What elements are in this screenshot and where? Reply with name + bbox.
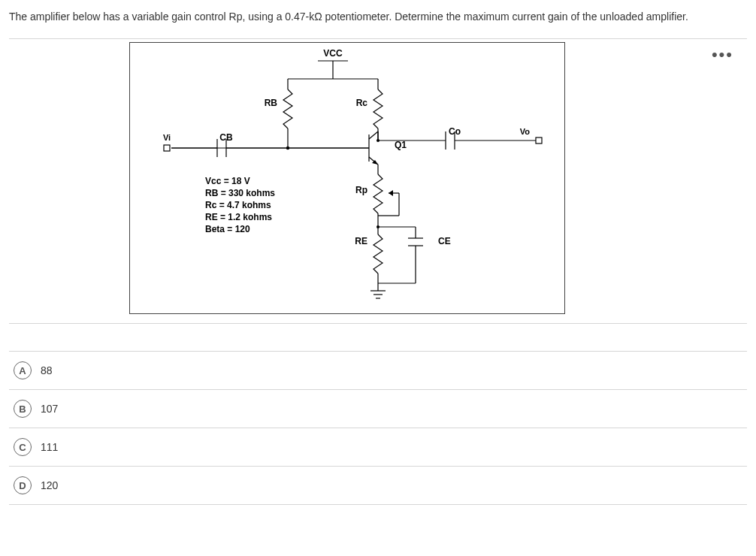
circuit-diagram: VCC RB Rc Vi CB xyxy=(129,42,565,314)
svg-text:Rc = 4.7 kohms: Rc = 4.7 kohms xyxy=(205,200,271,210)
option-letter: A xyxy=(14,361,32,379)
svg-text:Vcc = 18 V: Vcc = 18 V xyxy=(205,176,250,186)
option-text: 120 xyxy=(41,479,58,491)
option-a[interactable]: A 88 xyxy=(9,351,747,389)
option-letter: D xyxy=(14,476,32,494)
option-b[interactable]: B 107 xyxy=(9,389,747,428)
svg-text:Vi: Vi xyxy=(163,133,171,142)
svg-marker-36 xyxy=(389,190,393,196)
more-options-icon[interactable]: ••• xyxy=(712,45,733,65)
svg-rect-31 xyxy=(536,137,542,144)
svg-text:RE: RE xyxy=(355,236,367,246)
svg-text:Q1: Q1 xyxy=(395,140,407,150)
option-text: 111 xyxy=(41,441,58,453)
svg-text:VCC: VCC xyxy=(323,48,343,59)
svg-text:RE = 1.2 kohms: RE = 1.2 kohms xyxy=(205,212,272,222)
svg-text:Vo: Vo xyxy=(520,127,531,136)
svg-text:Beta = 120: Beta = 120 xyxy=(205,224,250,234)
svg-rect-11 xyxy=(164,145,170,151)
diagram-row: ••• VCC RB Rc Vi CB xyxy=(9,38,747,324)
option-letter: B xyxy=(14,400,32,418)
option-text: 107 xyxy=(41,403,58,415)
svg-text:RB = 330 kohms: RB = 330 kohms xyxy=(205,188,275,198)
option-d[interactable]: D 120 xyxy=(9,466,747,505)
svg-line-20 xyxy=(369,131,378,139)
svg-text:RB: RB xyxy=(265,98,278,108)
svg-text:Rc: Rc xyxy=(356,98,368,108)
answer-options: A 88 B 107 C 111 D 120 xyxy=(9,351,747,505)
option-c[interactable]: C 111 xyxy=(9,428,747,466)
option-text: 88 xyxy=(41,364,53,376)
svg-point-18 xyxy=(286,147,289,150)
question-prompt: The amplifier below has a variable gain … xyxy=(9,9,747,25)
option-letter: C xyxy=(14,438,32,456)
svg-text:CE: CE xyxy=(438,236,451,246)
svg-text:Rp: Rp xyxy=(355,185,367,195)
